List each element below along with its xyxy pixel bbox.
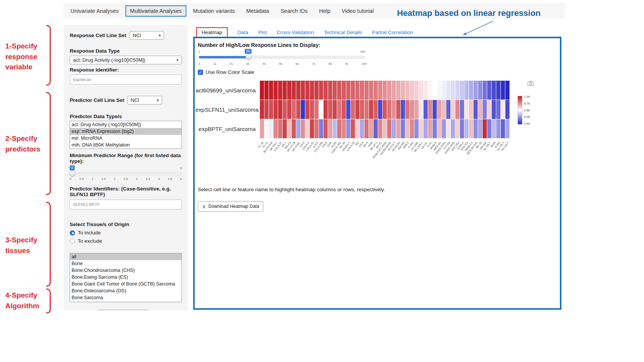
heatmap-cell[interactable] xyxy=(505,119,510,138)
heatmap-cell[interactable] xyxy=(396,100,400,119)
tab-data[interactable]: Data xyxy=(238,30,249,35)
tissue-option[interactable]: Peripheral_Nervous_System xyxy=(70,301,181,302)
tab-partial-correlation[interactable]: Partial Correlation xyxy=(372,30,413,35)
heatmap-cell[interactable] xyxy=(342,119,346,138)
heatmap-cell[interactable] xyxy=(378,119,382,138)
heatmap-cell[interactable] xyxy=(505,81,510,100)
heatmap-cell[interactable] xyxy=(269,81,273,100)
heatmap-cell[interactable] xyxy=(410,100,414,119)
heatmap-cell[interactable] xyxy=(378,100,382,119)
heatmap-cell[interactable] xyxy=(319,100,323,119)
heatmap-cell[interactable] xyxy=(419,100,423,119)
heatmap-cell[interactable] xyxy=(283,81,287,100)
heatmap-cell[interactable] xyxy=(328,119,332,138)
heatmap-cell[interactable] xyxy=(296,119,300,138)
tissue-option[interactable]: Bone:Ewing Sarcoma (ES) xyxy=(70,274,181,281)
heatmap-cell[interactable] xyxy=(355,81,360,100)
heatmap-cell[interactable] xyxy=(496,81,500,100)
heatmap-cell[interactable] xyxy=(269,119,273,138)
tab-heatmap[interactable]: Heatmap xyxy=(196,27,228,37)
tab-cross-validation[interactable]: Cross-Validation xyxy=(277,30,314,35)
heatmap-cell[interactable] xyxy=(301,100,305,119)
heatmap-cell[interactable] xyxy=(383,100,387,119)
heatmap-cell[interactable] xyxy=(478,119,482,138)
heatmap-cell[interactable] xyxy=(287,119,291,138)
heatmap-cell[interactable] xyxy=(337,81,341,100)
heatmap-cell[interactable] xyxy=(455,81,460,100)
heatmap-cell[interactable] xyxy=(324,100,328,119)
heatmap-cell[interactable] xyxy=(278,119,282,138)
heatmap-cell[interactable] xyxy=(378,81,382,100)
heatmap-cell[interactable] xyxy=(483,119,487,138)
heatmap-cell[interactable] xyxy=(419,81,423,100)
download-heatmap-data-button[interactable]: Download Heatmap Data xyxy=(198,201,263,212)
heatmap-cell[interactable] xyxy=(319,119,323,138)
heatmap-cell[interactable] xyxy=(451,119,455,138)
heatmap-cell[interactable] xyxy=(428,100,432,119)
heatmap-cell[interactable] xyxy=(501,81,505,100)
heatmap-cell[interactable] xyxy=(278,100,282,119)
heatmap-cell[interactable] xyxy=(487,81,491,100)
heatmap-cell[interactable] xyxy=(333,100,337,119)
heatmap-cell[interactable] xyxy=(483,81,487,100)
heatmap-cell[interactable] xyxy=(355,100,360,119)
heatmap-cell[interactable] xyxy=(383,119,387,138)
heatmap-cell[interactable] xyxy=(410,119,414,138)
heatmap-cell[interactable] xyxy=(355,119,360,138)
heatmap-cell[interactable] xyxy=(451,81,455,100)
tissue-exclude-radio[interactable]: To exclude xyxy=(70,238,182,244)
heatmap-cell[interactable] xyxy=(442,100,446,119)
heatmap-cell[interactable] xyxy=(369,119,373,138)
response-cell-line-set-select[interactable]: NCI ▾ xyxy=(129,31,164,40)
heatmap-cell[interactable] xyxy=(360,100,364,119)
heatmap-cell[interactable] xyxy=(346,81,350,100)
heatmap-cell[interactable] xyxy=(278,81,282,100)
heatmap-cell[interactable] xyxy=(346,100,350,119)
heatmap-cell[interactable] xyxy=(501,100,505,119)
heatmap-cell[interactable] xyxy=(437,81,441,100)
heatmap-cell[interactable] xyxy=(442,81,446,100)
heatmap-cell[interactable] xyxy=(260,81,264,100)
heatmap-cell[interactable] xyxy=(264,119,269,138)
heatmap-cell[interactable] xyxy=(314,100,319,119)
heatmap-cell[interactable] xyxy=(428,119,432,138)
heatmap-cell[interactable] xyxy=(451,100,455,119)
algorithm-select[interactable]: Linear Regression ▾ xyxy=(97,310,150,311)
response-data-type-select[interactable]: act: Drug Activity (-log10[IC50M]) ▾ xyxy=(70,56,182,64)
heatmap-cell[interactable] xyxy=(360,119,364,138)
heatmap-cell[interactable] xyxy=(414,100,419,119)
predictor-data-type-option[interactable]: mth: DNA 850K Methylation xyxy=(70,142,181,148)
heatmap-row-label[interactable]: expBPTF_uniSarcoma xyxy=(195,119,258,139)
heatmap-cell[interactable] xyxy=(455,119,460,138)
heatmap-cell[interactable] xyxy=(310,100,314,119)
heatmap-cell[interactable] xyxy=(478,100,482,119)
heatmap-cell[interactable] xyxy=(460,100,464,119)
tab-plot[interactable]: Plot xyxy=(258,30,267,35)
heatmap-cell[interactable] xyxy=(392,100,396,119)
heatmap-cell[interactable] xyxy=(437,100,441,119)
heatmap-cell[interactable] xyxy=(305,100,309,119)
heatmap-cell[interactable] xyxy=(446,81,450,100)
heatmap-cell[interactable] xyxy=(296,100,300,119)
heatmap-cell[interactable] xyxy=(314,119,319,138)
heatmap-cell[interactable] xyxy=(405,100,410,119)
heatmap-cell[interactable] xyxy=(469,119,473,138)
heatmap-cell[interactable] xyxy=(396,81,400,100)
heatmap-cell[interactable] xyxy=(283,119,287,138)
heatmap-cell[interactable] xyxy=(296,81,300,100)
heatmap-cell[interactable] xyxy=(383,81,387,100)
heatmap-cell[interactable] xyxy=(446,100,450,119)
heatmap-cell[interactable] xyxy=(260,119,264,138)
tissue-option[interactable]: Bone:Chondrosarcoma (CHS) xyxy=(70,267,181,274)
heatmap-cell[interactable] xyxy=(469,100,473,119)
nav-tab-mutation-variants[interactable]: Mutation variants xyxy=(189,5,239,17)
heatmap-cell[interactable] xyxy=(374,81,378,100)
predictor-data-type-option[interactable]: act: Drug Activity (-log10[IC50M]) xyxy=(70,121,181,128)
heatmap-cell[interactable] xyxy=(437,119,441,138)
nav-tab-multivariate-analyses[interactable]: Multivariate Analyses xyxy=(125,5,186,17)
heatmap-cell[interactable] xyxy=(414,119,419,138)
heatmap-cell[interactable] xyxy=(360,81,364,100)
heatmap-cell[interactable] xyxy=(314,81,319,100)
predictor-data-type-list[interactable]: act: Drug Activity (-log10[IC50M])exp: m… xyxy=(70,121,182,149)
heatmap-cell[interactable] xyxy=(328,81,332,100)
